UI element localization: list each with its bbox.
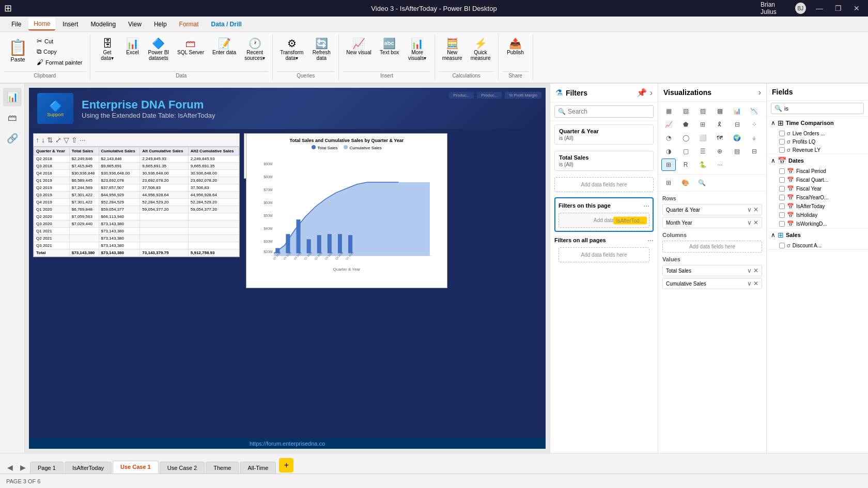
sidebar-report-view[interactable]: 📊 (3, 88, 22, 106)
tab-page1[interactable]: Page 1 (30, 462, 64, 474)
sort-both-icon[interactable]: ⇅ (47, 136, 53, 144)
tab-use-case-2[interactable]: Use Case 2 (160, 462, 205, 474)
filter-search-input[interactable] (568, 108, 650, 115)
is-working-d-checkbox[interactable] (779, 221, 785, 227)
viz-line-col[interactable]: ⊞ (695, 118, 710, 131)
menu-insert[interactable]: Insert (57, 19, 83, 30)
field-is-holiday[interactable]: 📅 IsHoliday (767, 211, 868, 219)
copy-button[interactable]: ⧉ Copy (34, 46, 86, 57)
viz-r-visual[interactable]: R (678, 159, 693, 171)
paste-button[interactable]: 📋 Paste (4, 36, 32, 65)
power-bi-datasets-button[interactable]: 🔷 Power BIdatasets (145, 36, 173, 63)
sidebar-data-view[interactable]: 🗃 (3, 108, 22, 127)
viz-multi-row-card[interactable]: ☰ (695, 145, 710, 158)
is-after-today-checkbox[interactable] (779, 203, 785, 209)
field-discount-a[interactable]: σ Discount A... (767, 241, 868, 249)
menu-modeling[interactable]: Modeling (85, 19, 121, 30)
add-fields-visual[interactable]: Add data fields here (554, 177, 654, 192)
filters-on-page-menu[interactable]: ··· (643, 201, 649, 210)
field-fiscal-quart[interactable]: 📅 Fiscal Quart... (767, 176, 868, 184)
viz-pie[interactable]: ◔ (661, 132, 676, 144)
viz-python[interactable]: 🐍 (695, 159, 710, 171)
revenue-ly-checkbox[interactable] (779, 147, 785, 153)
filter-search-box[interactable]: 🔍 (554, 105, 654, 118)
filter-icon[interactable]: ▽ (64, 136, 69, 144)
viz-matrix[interactable]: ⊞ (661, 159, 676, 171)
viz-100-bar[interactable]: ▨ (695, 105, 710, 117)
dates-header[interactable]: ∧ 📅 Dates (767, 154, 868, 167)
viz-total-sales-actions[interactable]: ∨ ✕ (747, 267, 758, 274)
sql-server-button[interactable]: 🗃 SQL Server (174, 36, 207, 57)
viz-field-icon[interactable]: ⊞ (661, 177, 676, 189)
viz-stacked-col[interactable]: ▩ (712, 105, 727, 117)
sales-header[interactable]: ∧ ⊞ Sales (767, 229, 868, 241)
viz-clustered-col[interactable]: 📊 (730, 105, 745, 117)
viz-kpi[interactable]: ⊕ (712, 145, 727, 158)
time-comparison-header[interactable]: ∧ ⊞ Time Comparison (767, 117, 868, 129)
field-profits-lq[interactable]: σ Profits LQ (767, 137, 868, 146)
viz-field-total-sales[interactable]: Total Sales ∨ ✕ (662, 265, 762, 276)
menu-data-drill[interactable]: Data / Drill (206, 19, 247, 30)
viz-panel-expand[interactable]: › (758, 88, 761, 97)
viz-100-col[interactable]: 📉 (747, 105, 762, 117)
format-painter-button[interactable]: 🖌 Format painter (34, 57, 86, 67)
new-visual-button[interactable]: 📈 New visual (343, 36, 374, 57)
is-holiday-checkbox[interactable] (779, 212, 785, 218)
fiscal-period-checkbox[interactable] (779, 168, 785, 174)
viz-ribbon[interactable]: 🎗 (712, 118, 727, 131)
filters-all-pages-menu[interactable]: ··· (647, 236, 654, 244)
tab-all-time[interactable]: All-Time (240, 462, 276, 474)
viz-waterfall[interactable]: ⊟ (730, 118, 745, 131)
restore-button[interactable]: ❐ (831, 3, 845, 13)
discount-a-checkbox[interactable] (779, 243, 785, 248)
page-nav-right[interactable]: ▶ (17, 461, 29, 474)
viz-month-year-actions[interactable]: ∨ ✕ (747, 219, 758, 226)
sidebar-model-view[interactable]: 🔗 (3, 129, 22, 148)
fiscal-year-o-checkbox[interactable] (779, 195, 785, 200)
more-icon[interactable]: ··· (80, 136, 86, 144)
cut-button[interactable]: ✂ Cut (34, 36, 86, 46)
transform-data-button[interactable]: ⚙ Transformdata▾ (277, 36, 306, 63)
viz-field-quarter-year[interactable]: Quarter & Year ∨ ✕ (662, 204, 762, 215)
recent-sources-button[interactable]: 🕐 Recentsources▾ (241, 36, 268, 63)
live-orders-checkbox[interactable] (779, 131, 785, 136)
close-button[interactable]: ✕ (849, 3, 864, 13)
viz-treemap[interactable]: ⬜ (695, 132, 710, 144)
viz-format-icon[interactable]: 🎨 (678, 177, 692, 189)
quick-measure-button[interactable]: ⚡ Quickmeasure (468, 36, 494, 63)
viz-quarter-year-actions[interactable]: ∨ ✕ (747, 206, 758, 213)
field-fiscal-period[interactable]: 📅 Fiscal Period (767, 167, 868, 176)
new-measure-button[interactable]: 🧮 Newmeasure (439, 36, 466, 63)
viz-field-month-year[interactable]: Month Year ∨ ✕ (662, 217, 762, 228)
viz-columns-add[interactable]: Add data fields here (662, 241, 762, 253)
viz-more[interactable]: ··· (712, 159, 727, 171)
menu-home[interactable]: Home (28, 18, 55, 30)
viz-gauge[interactable]: ◑ (661, 145, 676, 158)
viz-donut[interactable]: ◯ (678, 132, 693, 144)
viz-filled-map[interactable]: 🌍 (730, 132, 745, 144)
get-data-button[interactable]: 🗄 Getdata▾ (95, 36, 120, 63)
viz-stacked-bar[interactable]: ▦ (661, 105, 676, 117)
tab-use-case-1[interactable]: Use Case 1 (113, 461, 159, 474)
add-fields-all-pages[interactable]: Add data fields here (559, 247, 649, 262)
viz-area[interactable]: ⬟ (678, 118, 693, 131)
expand-icon[interactable]: ⤢ (55, 136, 61, 144)
viz-field-cumulative-sales[interactable]: Cumulative Sales ∨ ✕ (662, 278, 762, 289)
fields-search-box[interactable]: 🔍 (771, 103, 864, 114)
field-revenue-ly[interactable]: σ Revenue LY (767, 146, 868, 154)
filter-page-drop-zone[interactable]: Add data IsAfterTod... (559, 213, 649, 228)
more-visuals-button[interactable]: 📊 Morevisuals▾ (405, 36, 430, 63)
field-is-working-d[interactable]: 📅 IsWorkingD... (767, 219, 868, 228)
viz-funnel[interactable]: ⏚ (747, 132, 762, 144)
field-fiscal-year-o[interactable]: 📅 FiscalYearO... (767, 193, 868, 202)
tab-is-after-today[interactable]: IsAfterToday (65, 462, 112, 474)
fiscal-year-checkbox[interactable] (779, 186, 785, 192)
refresh-button[interactable]: 🔄 Refreshdata (308, 36, 334, 63)
fields-search-input[interactable] (784, 105, 860, 112)
window-controls[interactable]: — ❐ ✕ (812, 3, 864, 13)
filters-expand-button[interactable]: › (650, 88, 653, 98)
enter-data-button[interactable]: 📝 Enter data (209, 36, 239, 57)
field-live-orders[interactable]: σ Live Orders ... (767, 129, 868, 137)
field-fiscal-year[interactable]: 📅 Fiscal Year (767, 184, 868, 193)
profits-lq-checkbox[interactable] (779, 139, 785, 145)
